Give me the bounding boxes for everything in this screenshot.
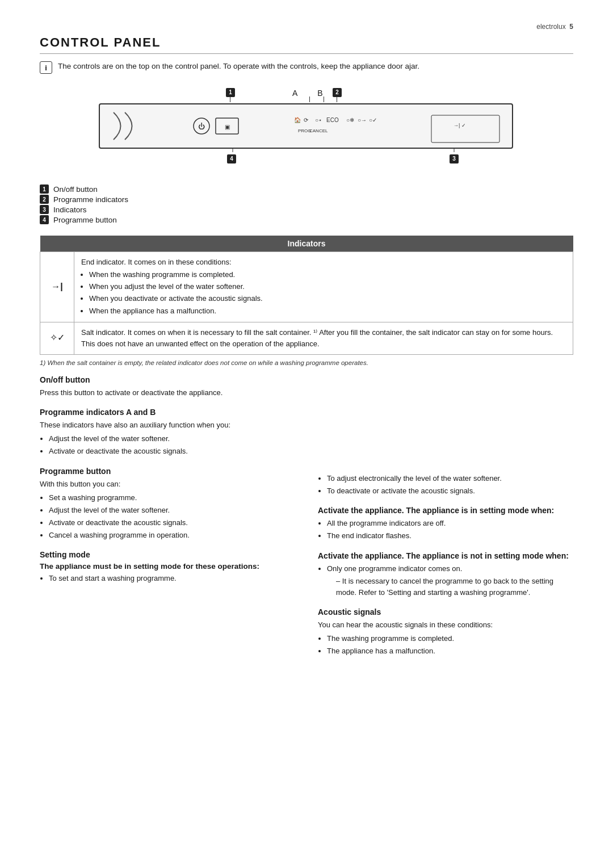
section-prog-button-text: With this button you can:: [40, 479, 295, 490]
list-item: Cancel a washing programme in operation.: [49, 530, 295, 541]
section-prog-indicators: Programme indicators A and B These indic…: [40, 408, 295, 457]
setting-mode-cont-list: To adjust electronically the level of th…: [327, 473, 573, 497]
label-num4: 4: [227, 154, 236, 163]
list-item: When the washing programme is completed.: [89, 269, 566, 280]
list-item: To adjust electronically the level of th…: [327, 473, 573, 484]
salt-indicator-desc: Salt indicator. It comes on when it is n…: [74, 322, 573, 354]
list-item: Activate or deactivate the acoustic sign…: [49, 446, 295, 457]
section-acoustic-heading: Acoustic signals: [318, 607, 573, 617]
svg-text:⏻: ⏻: [198, 123, 205, 131]
section-activate-not-setting: Activate the appliance. The appliance is…: [318, 551, 573, 598]
list-item: Set a washing programme.: [49, 492, 295, 504]
list-item: Only one programme indicator comes on.: [327, 563, 573, 575]
section-prog-button-heading: Programme button: [40, 467, 295, 476]
page-title: CONTROL PANEL: [40, 35, 573, 54]
section-onoff-heading: On/off button: [40, 375, 295, 384]
info-text: The controls are on the top on the contr…: [58, 61, 419, 72]
legend-item-4: 4 Programme button: [40, 215, 573, 224]
section-activate-setting-list: All the programme indicators are off. Th…: [327, 518, 573, 542]
info-box: i The controls are on the top on the con…: [40, 61, 573, 74]
svg-text:○⋆: ○⋆: [315, 117, 322, 123]
list-item: Activate or deactivate the acoustic sign…: [49, 517, 295, 529]
svg-text:→|  ✓: →| ✓: [454, 123, 466, 128]
footnote: 1) When the salt container is empty, the…: [40, 359, 573, 366]
label-num3: 3: [450, 154, 459, 163]
section-activate-not-setting-list: Only one programme indicator comes on. I…: [327, 563, 573, 598]
diagram-labels-top: 1 A B 2: [96, 85, 517, 100]
section-onoff-text: Press this button to activate or deactiv…: [40, 387, 295, 399]
legend: 1 On/off button 2 Programme indicators 3…: [40, 184, 573, 224]
legend-item-1: 1 On/off button: [40, 184, 573, 194]
table-row: →| End indicator. It comes on in these c…: [40, 252, 573, 322]
list-item: The end indicator flashes.: [327, 530, 573, 542]
panel-svg: ⏻ ▣ 🏠 ⟳ ○⋆ ECO ○❄ ○→ ○✓ PROG CANCEL →| ✓: [96, 101, 517, 154]
list-item: The appliance has a malfunction.: [327, 645, 573, 657]
info-icon: i: [40, 61, 52, 74]
panel-illustration: ⏻ ▣ 🏠 ⟳ ○⋆ ECO ○❄ ○→ ○✓ PROG CANCEL →| ✓: [96, 101, 517, 152]
section-prog-indicators-text: These indicators have also an auxiliary …: [40, 420, 295, 431]
section-setting-mode: Setting mode The appliance must be in se…: [40, 550, 295, 584]
list-item: When the appliance has a malfunction.: [89, 305, 566, 317]
svg-text:○❄: ○❄: [346, 117, 354, 123]
list-item: Adjust the level of the water softener.: [49, 505, 295, 516]
section-acoustic-list: The washing programme is completed. The …: [327, 633, 573, 657]
section-setting-mode-cont: To adjust electronically the level of th…: [318, 473, 573, 497]
list-item: When you deactivate or activate the acou…: [89, 293, 566, 304]
indicators-table-header: Indicators: [40, 236, 573, 252]
section-activate-setting: Activate the appliance. The appliance is…: [318, 506, 573, 542]
brand-page: electrolux 5: [536, 23, 573, 31]
end-indicator-icon: →|: [40, 252, 74, 322]
end-indicator-desc: End indicator. It comes on in these cond…: [74, 252, 573, 322]
section-acoustic: Acoustic signals You can hear the acoust…: [318, 607, 573, 657]
left-column: On/off button Press this button to activ…: [40, 375, 295, 666]
two-column-layout: On/off button Press this button to activ…: [40, 375, 573, 666]
section-prog-indicators-list: Adjust the level of the water softener. …: [49, 433, 295, 457]
section-setting-mode-list: To set and start a washing programme.: [49, 573, 295, 584]
svg-text:CANCEL: CANCEL: [309, 128, 328, 133]
svg-text:ECO: ECO: [326, 117, 339, 123]
section-prog-button: Programme button With this button you ca…: [40, 467, 295, 542]
diagram-labels-bottom: 4 3: [96, 154, 517, 171]
list-item: Adjust the level of the water softener.: [49, 433, 295, 445]
section-setting-mode-heading: Setting mode: [40, 550, 295, 559]
salt-indicator-icon: ✧✓: [40, 322, 74, 354]
section-activate-setting-heading: Activate the appliance. The appliance is…: [318, 506, 573, 515]
list-item: It is necessary to cancel the programme …: [336, 576, 573, 598]
page-header: electrolux 5: [40, 23, 573, 31]
list-item: To deactivate or activate the acoustic s…: [327, 485, 573, 497]
list-item: The washing programme is completed.: [327, 633, 573, 644]
section-onoff: On/off button Press this button to activ…: [40, 375, 295, 399]
section-setting-mode-subheading: The appliance must be in setting mode fo…: [40, 562, 295, 571]
svg-text:🏠: 🏠: [294, 116, 301, 124]
label-num2: 2: [333, 87, 342, 97]
section-activate-not-setting-heading: Activate the appliance. The appliance is…: [318, 551, 573, 560]
section-prog-indicators-heading: Programme indicators A and B: [40, 408, 295, 417]
indicators-table: Indicators →| End indicator. It comes on…: [40, 236, 573, 355]
legend-item-2: 2 Programme indicators: [40, 195, 573, 204]
list-item: When you adjust the level of the water s…: [89, 281, 566, 292]
section-acoustic-text: You can hear the acoustic signals in the…: [318, 619, 573, 631]
svg-text:○→: ○→: [358, 117, 367, 123]
sub-list: It is necessary to cancel the programme …: [336, 576, 573, 598]
svg-rect-0: [99, 104, 513, 148]
svg-text:⟳: ⟳: [304, 117, 309, 123]
list-item: All the programme indicators are off.: [327, 518, 573, 529]
label-num1: 1: [226, 87, 235, 97]
right-column: To adjust electronically the level of th…: [318, 375, 573, 666]
table-row: ✧✓ Salt indicator. It comes on when it i…: [40, 322, 573, 354]
svg-text:○✓: ○✓: [369, 117, 377, 123]
legend-item-3: 3 Indicators: [40, 205, 573, 214]
svg-text:▣: ▣: [225, 124, 230, 130]
list-item: To set and start a washing programme.: [49, 573, 295, 584]
section-prog-button-list: Set a washing programme. Adjust the leve…: [49, 492, 295, 542]
control-panel-diagram: 1 A B 2 ⏻ ▣ 🏠: [40, 85, 573, 171]
label-ab: A B: [292, 89, 325, 98]
